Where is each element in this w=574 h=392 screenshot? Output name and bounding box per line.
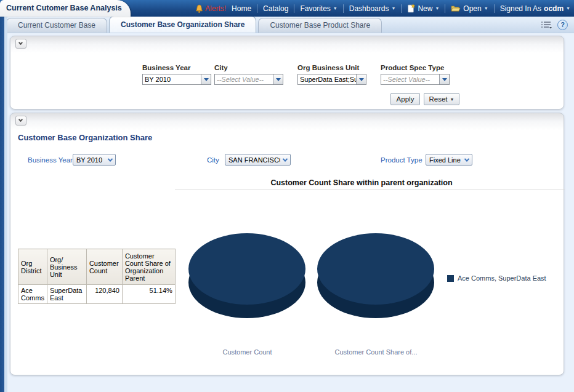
alerts-bell-icon (195, 4, 203, 13)
chart-title: Customer Count Share within parent organ… (168, 178, 556, 187)
prompt-business-year-select[interactable]: BY 2010 (142, 74, 211, 85)
chevron-down-icon (280, 158, 290, 162)
nav-dashboards[interactable]: Dashboards ▼ (349, 4, 396, 13)
prompt-org-business-unit-label: Org Business Unit (297, 64, 378, 71)
tab-customer-base-organization-share[interactable]: Customer Base Organization Share (109, 16, 256, 33)
caret-down-icon (204, 78, 209, 81)
nav-new-label: New (418, 4, 432, 13)
page-title-tab: Current Cutomer Base Analysis (0, 0, 131, 17)
report-panel: Customer Base Organization Share Busines… (10, 113, 564, 375)
tab-customer-base-product-share[interactable]: Customer Base Product Share (258, 18, 382, 33)
prompt-business-year-label: Business Year (142, 64, 222, 71)
table-row: Ace Comms SuperData East 120,840 51.14% (18, 285, 176, 304)
dropdown-button[interactable] (356, 74, 366, 84)
nav-favorites-label: Favorites (300, 4, 330, 13)
window-left-border (0, 0, 4, 392)
prompt-city-value: --Select Value-- (215, 74, 273, 84)
chart-legend: Ace Comms, SuperData East (447, 274, 546, 282)
chart-title-rule (175, 190, 565, 190)
signed-in-username: ocdm (544, 4, 564, 13)
alerts-label: Alerts! (205, 4, 226, 13)
pie-caption-customer-count: Customer Count (187, 348, 307, 356)
chevron-down-icon (18, 41, 23, 45)
cell-org-business-unit: SuperData East (47, 285, 86, 304)
nav-home[interactable]: Home (232, 4, 251, 13)
pie-top (317, 233, 434, 305)
nav-dashboards-label: Dashboards (349, 4, 389, 13)
nav-open-label: Open (463, 4, 481, 13)
pie-top (188, 233, 305, 305)
filter-product-type-select[interactable]: Fixed Line (426, 154, 472, 166)
nav-separator (445, 4, 445, 13)
cell-customer-count: 120,840 (86, 285, 122, 304)
nav-catalog[interactable]: Catalog (263, 4, 288, 13)
page-options-icon[interactable] (541, 20, 552, 30)
reset-button[interactable]: Reset ▼ (424, 93, 459, 105)
filter-city-select[interactable]: SAN FRANCISCO (225, 154, 291, 166)
prompt-product-spec-type-label: Product Spec Type (381, 64, 461, 71)
nav-favorites[interactable]: Favorites ▼ (300, 4, 337, 13)
caret-down-icon (359, 78, 364, 81)
pie-chart-customer-count[interactable] (187, 228, 307, 321)
tab-current-customer-base[interactable]: Current Customer Base (6, 18, 107, 33)
open-folder-icon (451, 4, 461, 12)
filter-city-value: SAN FRANCISCO (225, 156, 280, 164)
dropdown-button[interactable] (201, 74, 211, 84)
prompt-product-spec-type-select[interactable]: --Select Value-- (381, 74, 450, 85)
global-nav: Alerts! Home Catalog Favorites ▼ Dashboa… (195, 0, 570, 17)
legend-swatch (447, 275, 454, 282)
signed-in-menu[interactable]: Signed In As ocdm ▼ (500, 4, 570, 13)
collapse-prompts-button[interactable] (15, 39, 26, 49)
caret-down-icon: ▼ (450, 97, 455, 102)
chevron-down-icon (105, 158, 115, 162)
filter-city-label: City (207, 156, 219, 164)
pivot-table: Org District Org/ Business Unit Customer… (18, 249, 176, 304)
chevron-down-icon (18, 118, 23, 122)
col-customer-count: Customer Count (86, 249, 122, 285)
prompt-org-business-unit-select[interactable]: SuperData East;Super (297, 74, 366, 85)
tabstrip-icons: ? (541, 20, 568, 30)
caret-down-icon: ▼ (333, 6, 338, 10)
help-icon[interactable]: ? (557, 20, 568, 30)
prompt-business-year-value: BY 2010 (143, 74, 201, 84)
caret-down-icon: ▼ (566, 6, 570, 10)
apply-button[interactable]: Apply (390, 93, 420, 105)
prompt-business-year: Business Year BY 2010 (142, 64, 222, 85)
prompts-panel: Business Year BY 2010 City --Select Valu… (10, 36, 564, 110)
prompt-city-label: City (214, 64, 294, 71)
nav-separator (401, 4, 402, 13)
cell-org-district: Ace Comms (18, 285, 47, 304)
reset-button-label: Reset (429, 95, 448, 103)
page-title: Current Cutomer Base Analysis (0, 0, 131, 12)
pie-chart-customer-count-share[interactable] (316, 228, 436, 321)
nav-separator (343, 4, 344, 13)
prompt-org-business-unit-value: SuperData East;Super (298, 74, 356, 84)
collapse-report-button[interactable] (15, 116, 26, 126)
alerts-link[interactable]: Alerts! (195, 4, 226, 13)
dropdown-button[interactable] (439, 74, 449, 84)
prompt-city-select[interactable]: --Select Value-- (214, 74, 283, 85)
chevron-down-icon (462, 158, 472, 162)
window-left-border-inner (4, 17, 7, 392)
nav-open[interactable]: Open ▼ (451, 4, 488, 13)
nav-new[interactable]: New ▼ (407, 4, 439, 13)
filter-business-year-label: Business Year (28, 156, 73, 164)
prompt-org-business-unit: Org Business Unit SuperData East;Super (297, 64, 378, 85)
caret-down-icon: ▼ (391, 6, 395, 10)
dashboard-window: Current Cutomer Base Analysis Alerts! Ho… (0, 0, 574, 392)
prompt-product-spec-type: Product Spec Type --Select Value-- (381, 64, 461, 85)
col-org-district: Org District (18, 249, 47, 285)
col-customer-count-share: Customer Count Share of Organization Par… (122, 249, 175, 285)
prompt-city: City --Select Value-- (214, 64, 294, 85)
nav-separator (494, 4, 495, 13)
nav-separator (257, 4, 257, 13)
caret-down-icon (276, 78, 281, 81)
dropdown-button[interactable] (273, 74, 283, 84)
pie-caption-customer-count-share: Customer Count Share of... (316, 348, 436, 356)
filter-business-year-value: BY 2010 (73, 156, 105, 164)
filter-business-year-select[interactable]: BY 2010 (73, 154, 116, 166)
top-navbar: Current Cutomer Base Analysis Alerts! Ho… (0, 0, 574, 17)
col-org-business-unit: Org/ Business Unit (47, 249, 86, 285)
signed-in-prefix: Signed In As (500, 4, 541, 13)
table-header-row: Org District Org/ Business Unit Customer… (18, 249, 176, 285)
